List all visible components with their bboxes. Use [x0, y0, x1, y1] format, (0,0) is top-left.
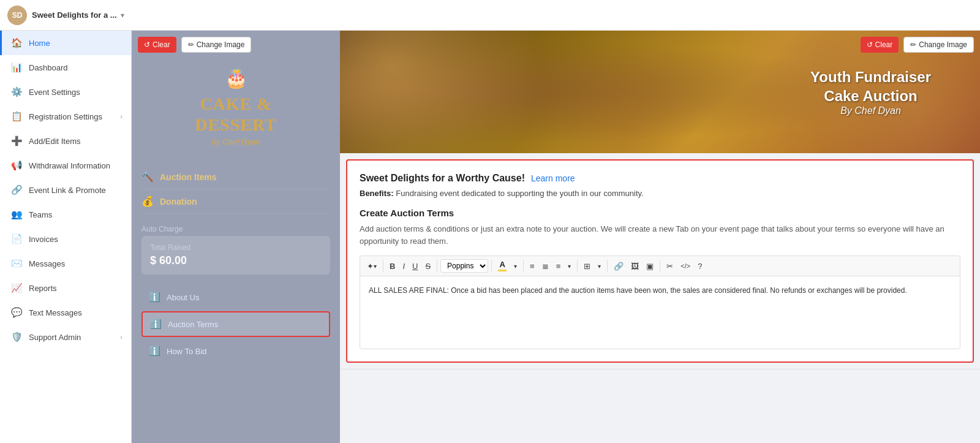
sidebar-item-teams[interactable]: 👥 Teams [0, 202, 131, 227]
refresh-icon: ↺ [144, 40, 150, 49]
editor-toolbar: ✦ ▾ B I U S [360, 256, 960, 276]
hero-change-image-button[interactable]: ✏ Change Image [903, 37, 974, 53]
sidebar-item-reports[interactable]: 📈 Reports [0, 276, 131, 300]
sidebar-label-add-edit-items: Add/Edit Items [29, 137, 81, 146]
withdrawal-information-icon: 📢 [10, 159, 23, 172]
magic-button[interactable]: ✦ ▾ [364, 260, 380, 273]
content-area: Sweet Delights for a Worthy Cause! Learn… [340, 153, 980, 443]
about-us-nav-icon: ℹ️ [149, 292, 160, 303]
strikethrough-button[interactable]: S [422, 260, 434, 273]
sidebar-label-support-admin: Support Admin [29, 333, 81, 342]
text-color-button[interactable]: A [495, 259, 510, 273]
hero-area: Youth FundraiserCake Auction By Chef Dya… [340, 31, 980, 153]
refresh-icon-2: ↺ [867, 40, 873, 49]
cake-icon: 🎂 [225, 67, 247, 89]
terms-heading-row: Sweet Delights for a Worthy Cause! Learn… [360, 173, 960, 184]
italic-button[interactable]: I [399, 260, 408, 273]
registration-settings-icon: 📋 [10, 110, 23, 123]
toolbar-separator-6 [607, 260, 608, 272]
toolbar-separator-4 [523, 260, 524, 272]
total-raised-label: Total Raised [150, 243, 322, 252]
hero-clear-button[interactable]: ↺ Clear [861, 37, 899, 53]
sidebar-item-support-admin[interactable]: 🛡️ Support Admin › [0, 325, 131, 349]
auction-terms-nav-icon: ℹ️ [150, 319, 162, 330]
hero-top-buttons: ↺ Clear ✏ Change Image [861, 37, 974, 53]
chevron-icon: › [120, 113, 123, 120]
bottom-divider [340, 369, 980, 374]
sidebar-item-add-edit-items[interactable]: ➕ Add/Edit Items [0, 129, 131, 153]
preview-nav-how-to-bid[interactable]: ℹ️How To Bid [141, 339, 330, 363]
invoices-icon: 📄 [10, 233, 23, 245]
sidebar-item-messages[interactable]: ✉️ Messages [0, 251, 131, 276]
teams-icon: 👥 [10, 208, 23, 221]
toolbar-separator-5 [577, 260, 578, 272]
benefits-text: Fundraising event dedicated to supportin… [396, 189, 643, 198]
preview-nav-auction-terms[interactable]: ℹ️Auction Terms [141, 311, 330, 337]
terms-editor-box: Sweet Delights for a Worthy Cause! Learn… [346, 159, 974, 363]
toolbar-separator-1 [383, 260, 383, 272]
org-initials: SD [12, 11, 23, 20]
right-panel: Youth FundraiserCake Auction By Chef Dya… [340, 31, 980, 443]
help-button[interactable]: ? [695, 260, 705, 273]
support-admin-icon: 🛡️ [10, 331, 23, 343]
align-chevron-button[interactable]: ▾ [565, 261, 574, 271]
editor-area[interactable]: ALL SALES ARE FINAL: Once a bid has been… [360, 276, 960, 349]
sidebar-item-withdrawal-information[interactable]: 📢 Withdrawal Information [0, 153, 131, 178]
org-name: Sweet Delights for a ... [32, 10, 117, 20]
ordered-list-button[interactable]: ≣ [539, 260, 552, 273]
reports-icon: 📈 [10, 282, 23, 294]
benefits-label: Benefits: [360, 189, 394, 198]
sidebar-item-text-messages[interactable]: 💬 Text Messages [0, 300, 131, 325]
layout: 🏠 Home 📊 Dashboard ⚙️ Event Settings 📋 R… [0, 31, 980, 443]
home-icon: 🏠 [10, 37, 23, 49]
color-chevron-button[interactable]: ▾ [511, 261, 520, 271]
preview-clear-button[interactable]: ↺ Clear [138, 37, 176, 53]
sidebar-item-registration-settings[interactable]: 📋 Registration Settings › [0, 104, 131, 129]
org-chevron-icon[interactable]: ▾ [121, 11, 124, 20]
preview-sections: 🔨Auction Items💰Donation [132, 159, 340, 220]
terms-page-title: Sweet Delights for a Worthy Cause! [360, 173, 525, 184]
code-button[interactable]: </> [677, 260, 693, 271]
add-edit-items-icon: ➕ [10, 135, 23, 147]
how-to-bid-nav-icon: ℹ️ [149, 346, 160, 357]
table-chevron-button[interactable]: ▾ [595, 261, 604, 271]
color-bar [498, 270, 507, 271]
scissors-button[interactable]: ✂ [663, 260, 676, 273]
sidebar-label-event-link-promote: Event Link & Promote [29, 186, 106, 195]
preview-subtitle: by Chef Dyan [212, 137, 260, 146]
sidebar-label-messages: Messages [29, 259, 65, 268]
terms-benefits: Benefits: Fundraising event dedicated to… [360, 189, 960, 198]
preview-section-auction-items[interactable]: 🔨Auction Items [141, 165, 330, 189]
preview-section-donation[interactable]: 💰Donation [141, 189, 330, 214]
table-button[interactable]: ⊞ [581, 260, 594, 273]
preview-nav-about-us[interactable]: ℹ️About Us [141, 286, 330, 309]
sidebar-item-invoices[interactable]: 📄 Invoices [0, 227, 131, 251]
sidebar-label-text-messages: Text Messages [29, 308, 82, 317]
preview-title: CAKE &DESSERT [195, 94, 277, 135]
preview-change-image-button[interactable]: ✏ Change Image [181, 37, 252, 53]
dashboard-icon: 📊 [10, 61, 23, 74]
link-button[interactable]: 🔗 [611, 260, 627, 273]
media-button[interactable]: ▣ [643, 260, 657, 273]
sidebar-item-event-link-promote[interactable]: 🔗 Event Link & Promote [0, 178, 131, 202]
hero-overlay-text: Youth FundraiserCake Auction By Chef Dya… [810, 67, 931, 116]
align-button[interactable]: ≡ [553, 260, 564, 273]
sidebar-item-home[interactable]: 🏠 Home [0, 31, 131, 55]
unordered-list-button[interactable]: ≡ [527, 260, 538, 273]
auction-items-preview-icon: 🔨 [141, 171, 154, 183]
underline-button[interactable]: U [409, 260, 421, 273]
org-avatar: SD [7, 6, 27, 25]
sidebar-item-event-settings[interactable]: ⚙️ Event Settings [0, 80, 131, 104]
sidebar-label-reports: Reports [29, 284, 57, 293]
sidebar-item-dashboard[interactable]: 📊 Dashboard [0, 55, 131, 80]
bold-button[interactable]: B [386, 260, 398, 273]
text-messages-icon: 💬 [10, 306, 23, 319]
image-button[interactable]: 🖼 [628, 260, 642, 273]
sidebar-label-event-settings: Event Settings [29, 88, 80, 97]
hero-subtitle: By Chef Dyan [810, 105, 931, 116]
preview-nav-bottom: ℹ️About Usℹ️Auction Termsℹ️How To Bid [132, 279, 340, 371]
preview-top-buttons: ↺ Clear ✏ Change Image [138, 37, 251, 53]
chevron-icon: › [120, 333, 123, 341]
terms-learn-more-link[interactable]: Learn more [531, 173, 575, 183]
font-select[interactable]: Poppins Arial Georgia [440, 259, 488, 273]
